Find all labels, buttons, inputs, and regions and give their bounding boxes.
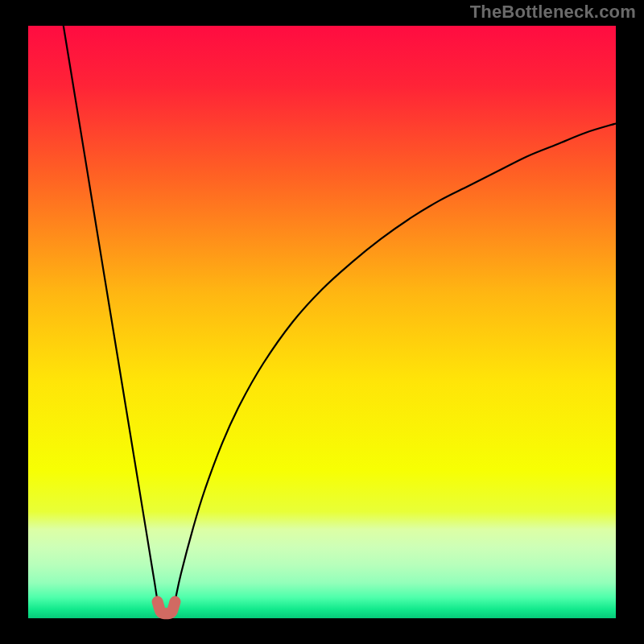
plot-background xyxy=(28,26,616,618)
watermark-text: TheBottleneck.com xyxy=(470,2,636,23)
bottleneck-chart xyxy=(0,0,644,644)
chart-frame: TheBottleneck.com xyxy=(0,0,644,644)
